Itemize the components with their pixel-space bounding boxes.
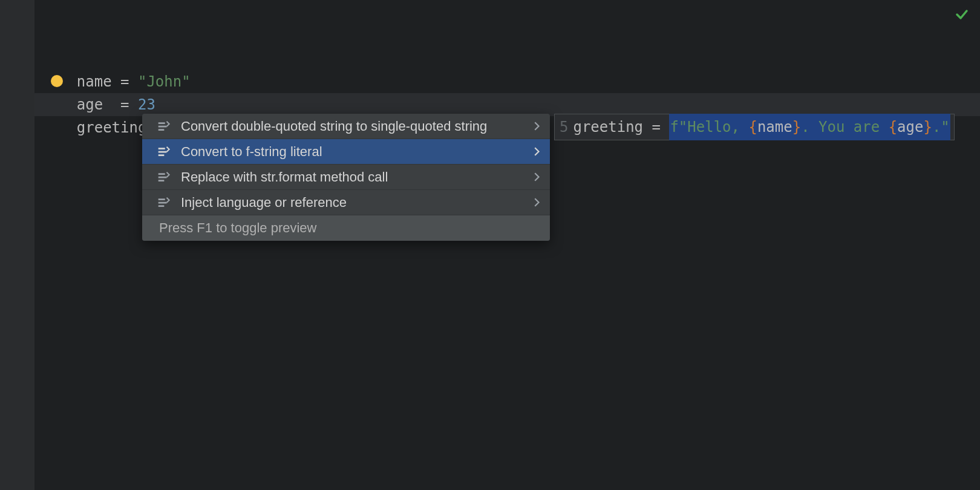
token-brace: {: [889, 119, 897, 136]
token-operator: =: [103, 96, 138, 113]
token-string: "John": [138, 73, 191, 90]
intention-convert-fstring[interactable]: Convert to f-string literal: [142, 139, 550, 165]
token-variable: greeting =: [573, 114, 669, 140]
popup-footer-hint: Press F1 to toggle preview: [142, 215, 550, 241]
token-brace: }: [923, 119, 932, 136]
intention-convert-quotes[interactable]: Convert double-quoted string to single-q…: [142, 114, 550, 139]
intention-label: Convert to f-string literal: [181, 144, 534, 160]
code-line-1[interactable]: name = "John": [34, 47, 980, 70]
token-variable: age: [897, 119, 923, 136]
chevron-right-icon: [534, 122, 540, 131]
inspection-ok-icon[interactable]: [955, 7, 969, 22]
token-fprefix: f: [670, 119, 678, 136]
intention-icon: [157, 171, 170, 184]
token-brace: }: [792, 119, 801, 136]
chevron-right-icon: [534, 198, 540, 207]
chevron-right-icon: [534, 147, 540, 156]
editor-gutter: [0, 0, 34, 490]
intention-inject-language[interactable]: Inject language or reference: [142, 190, 550, 215]
token-string: . You are: [801, 119, 889, 136]
preview-line-number: 5: [560, 114, 568, 140]
token-string: "Hello,: [679, 119, 749, 136]
intention-icon: [157, 145, 170, 158]
token-operator: =: [112, 73, 138, 90]
token-variable: greeting: [77, 119, 147, 136]
token-variable: name: [77, 73, 112, 90]
preview-highlight: f"Hello, {name}. You are {age}.": [669, 114, 950, 140]
code-editor[interactable]: name = "John" age = 23 greeting = "Hello…: [34, 0, 980, 490]
token-variable: age: [77, 96, 103, 113]
token-string: .": [932, 119, 950, 136]
intention-actions-popup: Convert double-quoted string to single-q…: [142, 114, 550, 241]
intention-label: Convert double-quoted string to single-q…: [181, 119, 534, 134]
code-line-3-current[interactable]: greeting = "Hello, %s. You are %s." % (n…: [34, 93, 980, 116]
token-brace: {: [748, 119, 757, 136]
intention-preview-panel: 5greeting = f"Hello, {name}. You are {ag…: [554, 114, 955, 140]
token-number: 23: [138, 96, 155, 113]
intention-bulb-icon[interactable]: [51, 75, 63, 87]
intention-icon: [157, 120, 170, 133]
chevron-right-icon: [534, 172, 540, 181]
intention-icon: [157, 196, 170, 209]
intention-label: Replace with str.format method call: [181, 169, 534, 185]
intention-label: Inject language or reference: [181, 195, 534, 211]
intention-str-format[interactable]: Replace with str.format method call: [142, 165, 550, 190]
token-variable: name: [757, 119, 792, 136]
